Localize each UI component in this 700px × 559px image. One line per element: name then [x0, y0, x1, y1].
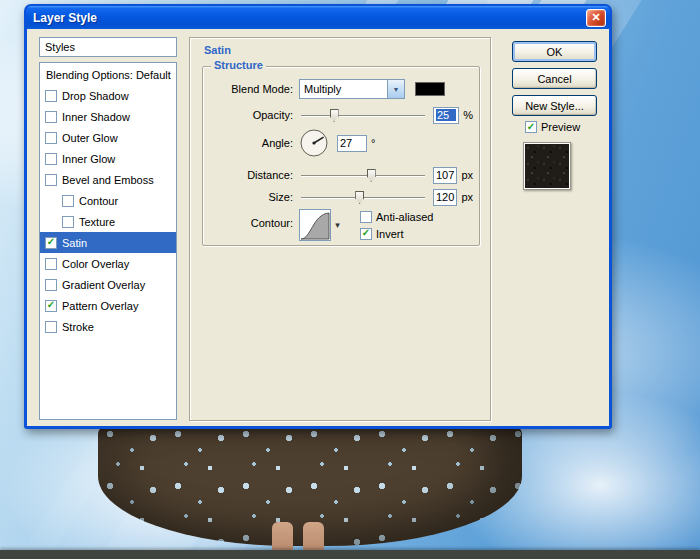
check-icon: ✓: [47, 237, 55, 247]
styles-box[interactable]: Styles: [39, 37, 177, 57]
contour-picker[interactable]: [299, 209, 331, 241]
dialog-content: Styles Blending Options: Default ✓ Drop …: [27, 29, 609, 426]
opacity-input[interactable]: 25: [433, 107, 459, 124]
angle-value: 27: [340, 137, 352, 149]
list-item-label: Contour: [79, 195, 118, 207]
preview-checkbox[interactable]: ✓: [525, 121, 537, 133]
contour-row: Contour: ▾ ✓ Anti-aliased ✓: [209, 209, 473, 243]
check-icon: ✓: [47, 300, 55, 310]
angle-dial[interactable]: [299, 128, 329, 158]
list-item-pattern-overlay[interactable]: ✓ Pattern Overlay: [40, 295, 176, 316]
list-item-blending-options[interactable]: Blending Options: Default: [40, 64, 176, 85]
preview-label: Preview: [541, 121, 580, 133]
ok-button-label: OK: [547, 46, 563, 58]
layer-style-dialog: Layer Style ✕ Styles Blending Options: D…: [24, 4, 612, 429]
invert-checkbox[interactable]: ✓: [360, 228, 372, 240]
panel-title: Satin: [204, 44, 231, 56]
cancel-button-label: Cancel: [537, 73, 571, 85]
distance-row: Distance: 107 px: [209, 165, 473, 185]
blend-mode-label: Blend Mode:: [209, 83, 293, 95]
chevron-down-icon[interactable]: ▼: [387, 80, 404, 98]
list-item-label: Color Overlay: [62, 258, 129, 270]
checkbox[interactable]: ✓: [45, 321, 57, 333]
angle-row: Angle: 27 °: [209, 127, 473, 159]
list-item-label: Gradient Overlay: [62, 279, 145, 291]
opacity-value: 25: [436, 109, 456, 121]
opacity-row: Opacity: 25 %: [209, 105, 473, 125]
slider-track: [301, 115, 425, 117]
distance-label: Distance:: [209, 169, 293, 181]
satin-panel: Satin Structure Blend Mode: Multiply ▼ O…: [189, 37, 491, 421]
list-item-inner-glow[interactable]: ✓ Inner Glow: [40, 148, 176, 169]
list-item-label: Blending Options: Default: [46, 69, 171, 81]
contour-curve-icon: [300, 210, 330, 240]
anti-aliased-option[interactable]: ✓ Anti-aliased: [360, 209, 433, 224]
list-item-satin[interactable]: ✓ Satin: [40, 232, 176, 253]
new-style-button-label: New Style...: [525, 100, 584, 112]
checkbox[interactable]: ✓: [45, 237, 57, 249]
list-item-gradient-overlay[interactable]: ✓ Gradient Overlay: [40, 274, 176, 295]
list-item-stroke[interactable]: ✓ Stroke: [40, 316, 176, 337]
dialog-title: Layer Style: [33, 11, 586, 25]
angle-unit: °: [371, 137, 375, 149]
checkbox[interactable]: ✓: [45, 132, 57, 144]
checkbox[interactable]: ✓: [62, 195, 74, 207]
list-item-bevel-and-emboss[interactable]: ✓ Bevel and Emboss: [40, 169, 176, 190]
checkbox[interactable]: ✓: [45, 174, 57, 186]
opacity-label: Opacity:: [209, 109, 293, 121]
checkbox[interactable]: ✓: [45, 90, 57, 102]
photo-ground: [0, 550, 700, 559]
dialog-titlebar[interactable]: Layer Style ✕: [26, 6, 610, 29]
size-label: Size:: [209, 191, 293, 203]
checkbox[interactable]: ✓: [45, 153, 57, 165]
checkbox[interactable]: ✓: [45, 279, 57, 291]
list-item-color-overlay[interactable]: ✓ Color Overlay: [40, 253, 176, 274]
checkbox[interactable]: ✓: [62, 216, 74, 228]
invert-option[interactable]: ✓ Invert: [360, 226, 433, 241]
list-item-contour[interactable]: ✓ Contour: [40, 190, 176, 211]
contour-options: ✓ Anti-aliased ✓ Invert: [360, 209, 433, 241]
new-style-button[interactable]: New Style...: [512, 95, 597, 116]
size-row: Size: 120 px: [209, 187, 473, 207]
distance-unit: px: [461, 169, 473, 181]
anti-aliased-label: Anti-aliased: [376, 211, 433, 223]
checkbox[interactable]: ✓: [45, 258, 57, 270]
list-item-label: Drop Shadow: [62, 90, 129, 102]
list-item-label: Bevel and Emboss: [62, 174, 154, 186]
ok-button[interactable]: OK: [512, 41, 597, 62]
group-title: Structure: [211, 59, 266, 71]
list-item-label: Inner Shadow: [62, 111, 130, 123]
slider-thumb[interactable]: [367, 169, 376, 182]
list-item-inner-shadow[interactable]: ✓ Inner Shadow: [40, 106, 176, 127]
preview-option[interactable]: ✓ Preview: [525, 121, 580, 133]
anti-aliased-checkbox[interactable]: ✓: [360, 211, 372, 223]
checkbox[interactable]: ✓: [45, 111, 57, 123]
opacity-slider[interactable]: [299, 108, 427, 122]
check-icon: ✓: [527, 122, 535, 132]
size-input[interactable]: 120: [433, 189, 457, 206]
size-slider[interactable]: [299, 190, 427, 204]
close-icon[interactable]: ✕: [586, 9, 606, 27]
distance-input[interactable]: 107: [433, 167, 457, 184]
size-value: 120: [436, 191, 454, 203]
angle-input[interactable]: 27: [337, 135, 367, 152]
list-item-drop-shadow[interactable]: ✓ Drop Shadow: [40, 85, 176, 106]
checkbox[interactable]: ✓: [45, 300, 57, 312]
slider-track: [301, 175, 425, 177]
chevron-down-icon[interactable]: ▾: [331, 209, 344, 241]
distance-slider[interactable]: [299, 168, 427, 182]
blend-mode-row: Blend Mode: Multiply ▼: [209, 79, 473, 99]
styles-label: Styles: [45, 41, 75, 53]
check-icon: ✓: [362, 228, 370, 238]
satin-color-swatch[interactable]: [415, 82, 445, 96]
list-item-texture[interactable]: ✓ Texture: [40, 211, 176, 232]
opacity-unit: %: [463, 109, 473, 121]
cancel-button[interactable]: Cancel: [512, 68, 597, 89]
slider-thumb[interactable]: [330, 109, 339, 122]
list-item-outer-glow[interactable]: ✓ Outer Glow: [40, 127, 176, 148]
blend-mode-select[interactable]: Multiply ▼: [299, 79, 405, 99]
list-item-label: Satin: [62, 237, 87, 249]
list-item-label: Pattern Overlay: [62, 300, 138, 312]
list-item-label: Outer Glow: [62, 132, 118, 144]
slider-thumb[interactable]: [355, 191, 364, 204]
